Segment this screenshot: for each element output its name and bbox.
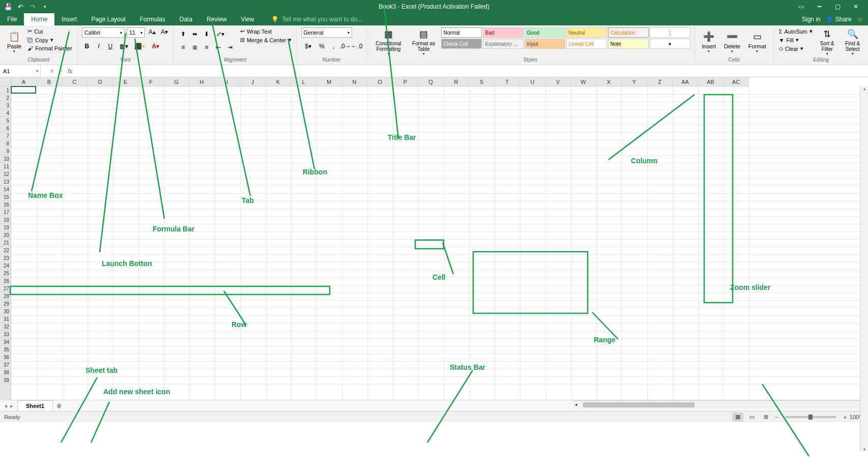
column-header[interactable]: S [469, 77, 495, 86]
undo-icon[interactable]: ↶ [16, 3, 24, 11]
sheet-next-icon[interactable]: ▸ [10, 402, 13, 409]
tab-insert[interactable]: Insert [54, 13, 84, 25]
column-header[interactable]: O [367, 77, 393, 86]
cell-styles-gallery[interactable]: Normal Bad Good Neutral Calculation ⋮ Ch… [441, 27, 690, 49]
column-header[interactable]: P [393, 77, 418, 86]
column-header[interactable]: AA [673, 77, 698, 86]
tab-file[interactable]: File [0, 13, 24, 25]
column-header[interactable]: J [240, 77, 266, 86]
insert-cells-button[interactable]: ➕Insert▾ [699, 27, 719, 57]
align-center-icon[interactable]: ≣ [190, 43, 200, 52]
column-header[interactable]: V [545, 77, 571, 86]
row-header[interactable]: 3 [0, 102, 11, 109]
row-header[interactable]: 19 [0, 224, 11, 231]
column-header[interactable]: B [37, 77, 62, 86]
column-header[interactable]: R [444, 77, 469, 86]
row-header[interactable]: 21 [0, 239, 11, 247]
column-header[interactable]: Z [647, 77, 673, 86]
delete-cells-button[interactable]: ➖Delete▾ [721, 27, 743, 57]
fill-button[interactable]: ▼Fill ▾ [778, 36, 814, 44]
row-header[interactable]: 1 [0, 86, 11, 94]
close-icon[interactable]: ✕ [850, 1, 862, 13]
row-header[interactable]: 9 [0, 148, 11, 155]
row-header[interactable]: 24 [0, 262, 11, 270]
row-header[interactable]: 29 [0, 300, 11, 308]
tab-view[interactable]: View [234, 13, 262, 25]
column-header[interactable]: Y [622, 77, 647, 86]
row-header[interactable]: 16 [0, 201, 11, 209]
enter-formula-icon[interactable]: ✓ [59, 68, 64, 75]
column-header[interactable]: AB [698, 77, 724, 86]
normal-view-icon[interactable]: ▦ [732, 412, 743, 422]
column-header[interactable]: K [266, 77, 291, 86]
clear-button[interactable]: ◇Clear ▾ [778, 45, 814, 52]
column-header[interactable]: H [189, 77, 215, 86]
italic-button[interactable]: I [94, 42, 104, 51]
style-gallery-more[interactable]: ⋮ [650, 27, 690, 38]
tab-review[interactable]: Review [199, 13, 234, 25]
tab-data[interactable]: Data [172, 13, 199, 25]
signin-link[interactable]: Sign in [802, 16, 821, 23]
column-header[interactable]: AC [724, 77, 749, 86]
style-check-cell[interactable]: Check Cell [441, 39, 482, 49]
tab-home[interactable]: Home [24, 13, 54, 25]
style-note[interactable]: Note [608, 39, 649, 49]
decrease-decimal-icon[interactable]: ←.0 [352, 42, 362, 51]
copy-button[interactable]: ⿻Copy ▾ [26, 36, 73, 44]
align-right-icon[interactable]: ≡ [201, 43, 212, 52]
row-header[interactable]: 11 [0, 163, 11, 170]
tab-formulas[interactable]: Formulas [133, 13, 172, 25]
sheet-prev-icon[interactable]: ◂ [4, 402, 7, 409]
name-box[interactable]: A1 [0, 65, 41, 77]
redo-icon[interactable]: ↷ [28, 3, 37, 11]
column-header[interactable]: D [88, 77, 113, 86]
decrease-font-icon[interactable]: A▾ [159, 27, 169, 37]
zoom-slider[interactable] [785, 416, 836, 418]
align-middle-icon[interactable]: ⬌ [190, 29, 200, 39]
row-header[interactable]: 6 [0, 125, 11, 132]
row-header[interactable]: 20 [0, 231, 11, 239]
orientation-icon[interactable]: ⤢▾ [213, 29, 227, 39]
column-header[interactable]: F [138, 77, 164, 86]
vertical-scrollbar[interactable] [860, 86, 868, 452]
row-header[interactable]: 7 [0, 132, 11, 140]
number-format-select[interactable]: General▾ [301, 27, 352, 38]
row-header[interactable]: 15 [0, 193, 11, 201]
border-button[interactable]: ▦▾ [117, 42, 131, 51]
style-gallery-expand[interactable]: ▾ [650, 39, 690, 49]
comma-icon[interactable]: , [329, 42, 339, 51]
cells-area[interactable] [11, 86, 868, 400]
ribbon-options-icon[interactable]: ▭ [795, 1, 807, 13]
row-header[interactable]: 34 [0, 338, 11, 346]
row-header[interactable]: 36 [0, 353, 11, 361]
row-header[interactable]: 39 [0, 376, 11, 384]
column-header[interactable]: I [215, 77, 240, 86]
qat-dropdown-icon[interactable]: ▾ [41, 3, 49, 11]
column-header[interactable]: Q [418, 77, 444, 86]
style-explanatory[interactable]: Explanatory ... [483, 39, 524, 49]
row-header[interactable]: 5 [0, 117, 11, 125]
style-linked-cell[interactable]: Linked Cell [566, 39, 607, 49]
column-header[interactable]: A [11, 77, 37, 86]
increase-decimal-icon[interactable]: .0→ [340, 42, 351, 51]
column-header[interactable]: M [316, 77, 342, 86]
style-good[interactable]: Good [525, 27, 565, 38]
currency-icon[interactable]: $▾ [301, 42, 315, 51]
zoom-out-icon[interactable]: − [775, 414, 778, 420]
row-header[interactable]: 28 [0, 292, 11, 300]
tell-me-search[interactable]: 💡 Tell me what you want to do... [271, 13, 362, 25]
percent-icon[interactable]: % [317, 42, 327, 51]
tab-page-layout[interactable]: Page Layout [84, 13, 132, 25]
select-all-corner[interactable] [0, 77, 11, 86]
increase-font-icon[interactable]: A▴ [147, 27, 157, 37]
style-calculation[interactable]: Calculation [608, 27, 649, 38]
indent-decrease-icon[interactable]: ⇤ [213, 43, 223, 52]
add-sheet-button[interactable]: ⊕ [53, 400, 65, 411]
column-header[interactable]: N [342, 77, 367, 86]
maximize-icon[interactable]: ▢ [831, 1, 844, 13]
row-header[interactable]: 27 [0, 285, 11, 292]
fx-icon[interactable]: fx [68, 68, 72, 75]
row-header[interactable]: 22 [0, 247, 11, 254]
align-top-icon[interactable]: ⬆ [178, 29, 188, 39]
column-header[interactable]: T [495, 77, 520, 86]
